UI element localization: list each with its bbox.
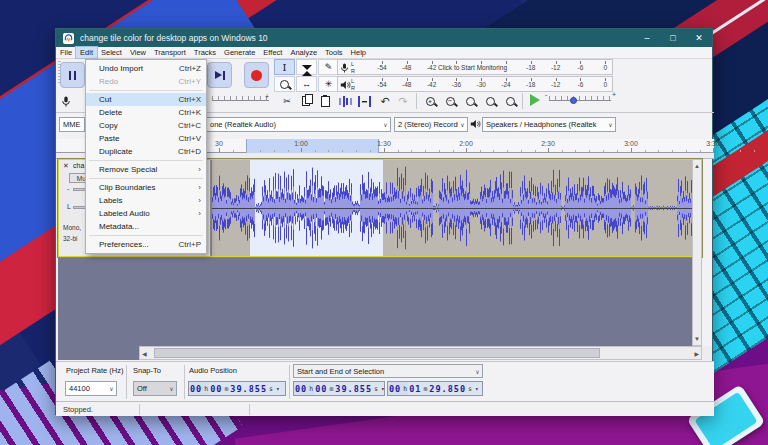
menu-item-preferences[interactable]: Preferences...Ctrl+P [86, 238, 206, 251]
submenu-arrow-icon: › [198, 196, 201, 205]
zoom-out-button[interactable]: − [441, 93, 459, 109]
playspeed-slider-track[interactable] [549, 100, 611, 101]
time-digit-group[interactable]: 29.850 [428, 384, 467, 394]
toolbar-divider [522, 93, 523, 109]
minimize-button[interactable]: – [634, 29, 660, 47]
time-digit-group[interactable]: 01 [408, 384, 422, 394]
zoom-fit-button[interactable] [481, 93, 499, 109]
menu-item-undo-import[interactable]: Undo ImportCtrl+Z [86, 62, 206, 75]
zoom-selection-button[interactable] [461, 93, 479, 109]
selection-end-field[interactable]: 00h01m29.850s▾ [387, 381, 483, 396]
scroll-up-arrow[interactable]: ▲ [693, 161, 701, 171]
menubar-item-tracks[interactable]: Tracks [190, 47, 220, 58]
menu-item-labeled-audio[interactable]: Labeled Audio› [86, 207, 206, 220]
copy-audio-button[interactable] [297, 93, 315, 109]
playback-meter[interactable]: LR -54-48-42-36-30-24-18-12-60 [337, 76, 613, 92]
close-button[interactable]: ✕ [686, 29, 712, 47]
menubar-item-transport[interactable]: Transport [150, 47, 190, 58]
time-digit-group[interactable]: 39.855 [229, 384, 268, 394]
selection-mode-dropdown[interactable]: Start and End of Selection∨ [293, 364, 483, 378]
snap-to-dropdown[interactable]: Off∨ [133, 381, 177, 396]
menubar-item-analyze[interactable]: Analyze [286, 47, 321, 58]
menubar-item-file[interactable]: File [56, 47, 76, 58]
menu-item-paste[interactable]: PasteCtrl+V [86, 132, 206, 145]
undo-button[interactable]: ↶ [376, 93, 394, 109]
timeshift-tool-button[interactable]: ↔ [296, 76, 317, 92]
menu-item-copy[interactable]: CopyCtrl+C [86, 119, 206, 132]
hours-group[interactable]: 00h [189, 382, 209, 395]
play-at-speed-button[interactable] [526, 92, 544, 108]
maximize-button[interactable]: □ [660, 29, 686, 47]
menu-item-labels[interactable]: Labels› [86, 194, 206, 207]
menubar-item-edit[interactable]: Edit [76, 47, 97, 58]
paste-audio-button[interactable] [316, 93, 334, 109]
menubar-item-effect[interactable]: Effect [259, 47, 286, 58]
menu-item-clip-boundaries[interactable]: Clip Boundaries› [86, 181, 206, 194]
skip-to-end-button[interactable] [207, 62, 232, 88]
playback-device-dropdown[interactable]: Speakers / Headphones (Realtek∨ [482, 117, 616, 132]
horizontal-scrollbar-thumb[interactable] [154, 348, 600, 358]
recording-channels-dropdown[interactable]: 2 (Stereo) Recording Cha∨ [394, 117, 468, 132]
time-digit-group[interactable]: 00 [209, 384, 223, 394]
menu-item-duplicate[interactable]: DuplicateCtrl+D [86, 145, 206, 158]
draw-tool-button[interactable]: ✎ [318, 59, 339, 75]
audio-position-field[interactable]: 00h00m39.855s▾ [188, 381, 286, 396]
pause-button[interactable] [60, 62, 85, 88]
time-field-spinner[interactable]: ▾ [274, 385, 282, 392]
speaker-icon [340, 80, 351, 90]
multi-tool-button[interactable]: ✳ [318, 76, 339, 92]
menu-item-remove-special[interactable]: Remove Special› [86, 163, 206, 176]
hours-group[interactable]: 00h [388, 382, 408, 395]
project-rate-dropdown[interactable]: 44100∨ [65, 381, 117, 396]
redo-button[interactable]: ↷ [394, 93, 412, 109]
audio-host-dropdown[interactable]: MME [59, 117, 85, 132]
monitoring-text[interactable]: Click to Start Monitoring [438, 64, 507, 71]
mic-icon [340, 62, 349, 74]
timeline-selection-region[interactable] [246, 139, 379, 153]
track-name[interactable]: cha [73, 162, 84, 169]
chevron-down-icon: ∨ [458, 121, 467, 128]
hours-group[interactable]: 00h [294, 382, 314, 395]
track-close-icon[interactable]: ✕ [63, 162, 69, 170]
timeshift-icon: ↔ [302, 79, 311, 89]
record-button[interactable] [244, 62, 269, 88]
zoom-in-button[interactable]: + [421, 93, 439, 109]
time-digit-group[interactable]: 39.855 [334, 384, 373, 394]
menubar-item-select[interactable]: Select [97, 47, 126, 58]
scroll-right-arrow[interactable]: ▶ [694, 349, 699, 359]
menubar-item-tools[interactable]: Tools [321, 47, 347, 58]
menu-item-delete[interactable]: DeleteCtrl+K [86, 106, 206, 119]
time-field-spinner[interactable]: ▾ [473, 385, 481, 392]
zoom-toggle-button[interactable] [501, 93, 519, 109]
menu-item-redo[interactable]: RedoCtrl+Y [86, 75, 206, 88]
mixer-slider-track[interactable] [212, 100, 269, 101]
time-digit-group[interactable]: 00 [294, 384, 308, 394]
vertical-scrollbar[interactable]: ▲ ▼ [692, 159, 702, 346]
horizontal-scrollbar[interactable]: ◀ ▶ [139, 346, 702, 360]
silence-audio-button[interactable] [355, 93, 373, 109]
zoom-tool-button[interactable] [274, 76, 295, 92]
time-digit-group[interactable]: 00 [388, 384, 402, 394]
audio-clip[interactable] [211, 160, 694, 256]
edit-menu: Undo ImportCtrl+ZRedoCtrl+YCutCtrl+XDele… [85, 59, 207, 254]
time-digit-group[interactable]: 00 [314, 384, 328, 394]
menubar-item-generate[interactable]: Generate [220, 47, 259, 58]
scroll-down-arrow[interactable]: ▼ [693, 334, 701, 344]
time-digit-group[interactable]: 00 [189, 384, 203, 394]
time-field-spinner[interactable]: ▾ [379, 385, 387, 392]
trim-audio-button[interactable] [336, 93, 354, 109]
recording-meter[interactable]: LR -54-48-42-18-12-60 Click to Start Mon… [337, 59, 613, 75]
menu-item-cut[interactable]: CutCtrl+X [86, 93, 206, 106]
ruler-minor-tick [328, 150, 329, 152]
menubar-item-view[interactable]: View [126, 47, 150, 58]
titlebar[interactable]: change tile color for desktop apps on Wi… [56, 29, 712, 47]
scroll-left-arrow[interactable]: ◀ [142, 349, 147, 359]
envelope-tool-button[interactable] [296, 59, 317, 75]
selection-start-field[interactable]: 00h00m39.855s▾ [293, 381, 385, 396]
cut-audio-button[interactable]: ✂ [278, 93, 296, 109]
selection-tool-button[interactable]: I [274, 59, 295, 75]
playspeed-slider-thumb[interactable] [570, 97, 577, 104]
ruler-minor-tick [617, 150, 618, 152]
menu-item-metadata[interactable]: Metadata... [86, 220, 206, 233]
menubar-item-help[interactable]: Help [347, 47, 370, 58]
